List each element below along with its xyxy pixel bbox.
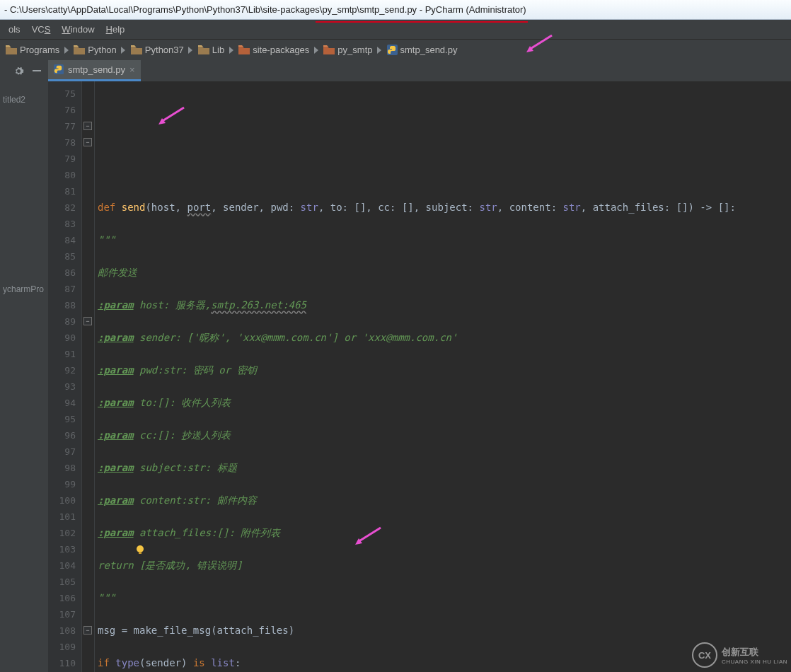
- crumb-label: Programs: [20, 45, 59, 55]
- fold-collapse-icon[interactable]: −: [83, 122, 92, 130]
- crumb-site-packages[interactable]: site-packages: [236, 45, 312, 55]
- folder-icon: [74, 45, 85, 54]
- fold-end-icon[interactable]: −: [83, 626, 92, 635]
- tab-label: smtp_send.py: [68, 64, 125, 75]
- folder-icon: [131, 45, 142, 54]
- gear-icon[interactable]: [13, 65, 24, 76]
- crumb-label: smtp_send.py: [400, 45, 458, 55]
- intention-bulb-icon[interactable]: [99, 527, 109, 537]
- chevron-right-icon: [376, 47, 384, 54]
- minimize-icon[interactable]: [31, 65, 42, 76]
- crumb-programs[interactable]: Programs: [3, 45, 62, 55]
- crumb-label: Lib: [212, 45, 224, 55]
- crumb-label: Python37: [145, 45, 184, 55]
- python-file-icon: [387, 45, 398, 55]
- close-icon[interactable]: ×: [129, 64, 135, 75]
- chevron-right-icon: [187, 47, 195, 54]
- svg-point-3: [137, 545, 144, 552]
- code-area[interactable]: def send(host, port, sender, pwd: str, t…: [95, 81, 791, 672]
- svg-rect-1: [33, 70, 41, 71]
- titlebar: - C:\Users\catty\AppData\Local\Programs\…: [0, 0, 791, 20]
- watermark-logo-icon: CX: [692, 642, 717, 668]
- tab-row: smtp_send.py ×: [0, 60, 791, 81]
- folder-icon: [323, 45, 335, 54]
- tree-node[interactable]: ycharmPro: [0, 282, 48, 296]
- crumb-file[interactable]: smtp_send.py: [384, 45, 461, 55]
- crumb-label: py_smtp: [337, 45, 372, 55]
- left-toolbar: [0, 60, 48, 81]
- chevron-right-icon: [120, 47, 128, 54]
- tabs: smtp_send.py ×: [48, 60, 141, 81]
- chevron-right-icon: [312, 47, 321, 54]
- folder-icon: [6, 45, 17, 54]
- tree-node[interactable]: titled2: [0, 93, 48, 107]
- tab-smtp-send[interactable]: smtp_send.py ×: [48, 60, 141, 81]
- crumb-python[interactable]: Python: [71, 45, 119, 55]
- gutter: 7576777879808182838485868788899091929394…: [48, 81, 82, 672]
- watermark: CX 创新互联 CHUANG XIN HU LIAN: [692, 638, 791, 672]
- menu-window[interactable]: Window: [56, 21, 100, 37]
- project-tool-window[interactable]: titled2 ycharmPro: [0, 81, 48, 672]
- fold-expand-icon[interactable]: −: [83, 317, 92, 325]
- crumb-label: site-packages: [253, 45, 309, 55]
- folder-icon: [198, 45, 209, 54]
- editor[interactable]: 7576777879808182838485868788899091929394…: [48, 81, 791, 672]
- watermark-subtext: CHUANG XIN HU LIAN: [722, 659, 787, 665]
- crumb-lib[interactable]: Lib: [195, 45, 227, 55]
- python-file-icon: [54, 64, 64, 74]
- menu-help[interactable]: Help: [100, 21, 131, 37]
- fold-column[interactable]: − − − −: [82, 81, 95, 672]
- svg-rect-4: [139, 552, 142, 554]
- chevron-right-icon: [227, 47, 236, 54]
- crumb-label: Python: [88, 45, 116, 55]
- fold-collapse-icon[interactable]: −: [83, 138, 92, 146]
- menubar: ols VCS Window Help: [0, 20, 791, 39]
- crumb-py-smtp[interactable]: py_smtp: [321, 45, 375, 55]
- breadcrumb: Programs Python Python37 Lib site-packag…: [0, 39, 791, 60]
- menu-tools[interactable]: ols: [3, 21, 26, 37]
- menu-vcs[interactable]: VCS: [26, 21, 57, 37]
- crumb-python37[interactable]: Python37: [128, 45, 187, 55]
- chevron-right-icon: [62, 47, 71, 54]
- watermark-text: 创新互联: [722, 646, 787, 659]
- folder-icon: [238, 45, 250, 54]
- window-title: - C:\Users\catty\AppData\Local\Programs\…: [4, 4, 526, 15]
